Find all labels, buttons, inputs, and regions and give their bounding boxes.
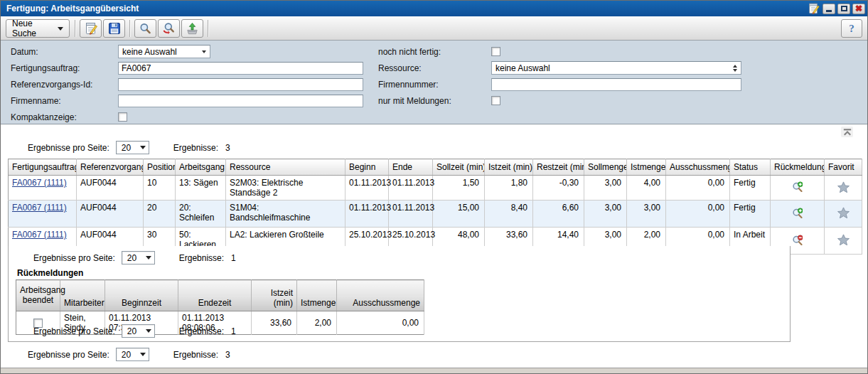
cell-sollzeit: 15,00 xyxy=(433,201,485,228)
chevron-down-icon xyxy=(140,146,146,149)
favorit-star-button[interactable] xyxy=(837,234,850,245)
col-header: Istmenge xyxy=(297,280,337,311)
col-header[interactable]: Sollzeit (min) xyxy=(433,159,485,176)
col-header[interactable]: Favorit xyxy=(825,159,862,176)
per-page-select[interactable]: 20 xyxy=(122,324,155,338)
cell-istmenge: 2,00 xyxy=(297,311,337,335)
collapse-rueckmeldungen-button[interactable] xyxy=(792,235,803,245)
help-button[interactable]: ? xyxy=(841,19,862,38)
cell-istzeit: 1,80 xyxy=(485,176,533,201)
col-header[interactable]: Ausschussmenge xyxy=(666,159,730,176)
magnifier-red-arrow-icon xyxy=(162,22,176,36)
col-header: Istzeit (min) xyxy=(252,280,297,311)
col-header[interactable]: Sollmenge xyxy=(584,159,627,176)
cell-beginn: 01.11.2013 xyxy=(345,176,389,201)
app-window: Fertigung: Arbeitsgangübersicht ✖ Neue S… xyxy=(0,0,868,374)
noch-nicht-fertig-label: noch nicht fertig: xyxy=(378,47,441,57)
magnifier-icon xyxy=(139,22,152,36)
col-header[interactable]: Ende xyxy=(389,159,433,176)
results-count-value: 3 xyxy=(225,350,230,360)
fertigungsauftrag-input[interactable] xyxy=(118,62,363,75)
floppy-save-icon xyxy=(107,21,122,36)
chevron-down-icon xyxy=(146,329,151,333)
search-within-button[interactable] xyxy=(158,19,180,38)
search-button[interactable] xyxy=(134,19,156,38)
per-page-value: 20 xyxy=(122,143,140,153)
favorit-star-button[interactable] xyxy=(837,181,850,193)
col-header: Arbeitsgang beendet xyxy=(16,280,60,311)
cell-ressource: S1M04: Bandschleifmaschine xyxy=(226,201,345,228)
col-header[interactable]: Referenzvorgang xyxy=(77,159,144,176)
per-page-label: Ergebnisse pro Seite: xyxy=(28,143,109,153)
toolbar-separator xyxy=(129,20,130,37)
expand-rueckmeldungen-button[interactable] xyxy=(792,208,803,218)
cell-sollmenge: 3,00 xyxy=(584,201,627,228)
ressource-select[interactable]: keine Auswahl xyxy=(491,61,741,75)
up-down-arrows-icon xyxy=(733,65,737,72)
col-header[interactable]: Beginn xyxy=(345,159,389,176)
col-header[interactable]: Position xyxy=(144,159,176,176)
col-header[interactable]: Restzeit (min) xyxy=(533,159,584,176)
save-button[interactable] xyxy=(103,19,125,38)
datum-select[interactable]: keine Auswahl xyxy=(118,45,210,58)
col-header[interactable]: Ressource xyxy=(226,159,345,176)
col-header[interactable]: Fertigungsauftrag xyxy=(9,159,77,176)
search-form: Datum: keine Auswahl Fertigungsauftrag: … xyxy=(1,41,867,124)
expand-rueckmeldungen-button[interactable] xyxy=(792,181,803,192)
datum-select-value: keine Auswahl xyxy=(122,47,202,57)
window-title: Fertigung: Arbeitsgangübersicht xyxy=(1,4,139,14)
col-header[interactable]: Status xyxy=(730,159,771,176)
per-page-select[interactable]: 20 xyxy=(116,348,149,361)
cell-arbeitsgang: 20: Schleifen xyxy=(176,201,226,228)
per-page-select[interactable]: 20 xyxy=(122,251,155,265)
cell-ausschussmenge: 0,00 xyxy=(666,176,730,201)
firmennummer-input[interactable] xyxy=(491,78,741,91)
fertigungsauftrag-link[interactable]: FA0067 (1111) xyxy=(12,230,67,240)
firmenname-input[interactable] xyxy=(118,95,363,107)
referenzvorgangs-id-label: Referenzvorgangs-Id: xyxy=(11,80,92,90)
per-page-select[interactable]: 20 xyxy=(116,141,149,154)
window-bottom-frame xyxy=(1,368,867,374)
notepad-icon[interactable] xyxy=(807,3,820,14)
maximize-button[interactable] xyxy=(837,4,850,14)
favorit-star-button[interactable] xyxy=(837,207,850,218)
table-header-row: Fertigungsauftrag Referenzvorgang Positi… xyxy=(9,159,862,176)
collapse-panel-button[interactable] xyxy=(841,127,853,137)
col-header[interactable]: Arbeitsgang xyxy=(176,159,226,176)
kompaktanzeige-checkbox[interactable] xyxy=(118,112,127,122)
rueckmeldungen-heading: Rückmeldungen xyxy=(17,268,83,278)
toolbar: Neue Suche ? xyxy=(1,16,867,41)
minimize-button[interactable] xyxy=(823,4,835,14)
referenzvorgangs-id-input[interactable] xyxy=(118,78,363,91)
col-header[interactable]: Istzeit (min) xyxy=(485,159,533,176)
firmennummer-label: Firmennummer: xyxy=(378,80,439,90)
close-icon: ✖ xyxy=(855,5,862,12)
export-printer-icon xyxy=(186,22,199,36)
nur-mit-meldungen-checkbox[interactable] xyxy=(491,96,500,105)
fertigungsauftrag-link[interactable]: FA0067 (1111) xyxy=(12,203,67,213)
cell-sollmenge: 3,00 xyxy=(584,176,627,201)
fertigungsauftrag-label: Fertigungsauftrag: xyxy=(11,63,80,73)
noch-nicht-fertig-checkbox[interactable] xyxy=(491,47,500,56)
cell-status: Fertig xyxy=(730,201,771,228)
minimize-icon xyxy=(826,7,832,12)
kompaktanzeige-label: Kompaktanzeige: xyxy=(11,112,77,122)
cell-istzeit: 33,60 xyxy=(252,311,297,335)
chevron-down-icon xyxy=(202,50,206,53)
results-count-value: 1 xyxy=(231,326,236,336)
per-page-value: 20 xyxy=(122,350,140,360)
fertigungsauftrag-link[interactable]: FA0067 (1111) xyxy=(12,178,67,188)
col-header[interactable]: Istmenge xyxy=(627,159,666,176)
col-header[interactable]: Rückmeldungen xyxy=(771,159,825,176)
close-button[interactable]: ✖ xyxy=(852,4,865,14)
export-button[interactable] xyxy=(181,19,203,38)
per-page-value: 20 xyxy=(127,253,146,263)
cell-ende: 01.11.2013 xyxy=(389,201,433,228)
ressource-label: Ressource: xyxy=(378,63,422,73)
help-icon: ? xyxy=(849,23,854,35)
new-search-label: Neue Suche xyxy=(12,18,53,38)
new-search-button[interactable]: Neue Suche xyxy=(6,19,70,38)
cell-referenzvorgang: AUF0044 xyxy=(77,176,144,201)
edit-button[interactable] xyxy=(80,19,102,38)
datum-label: Datum: xyxy=(11,47,38,57)
